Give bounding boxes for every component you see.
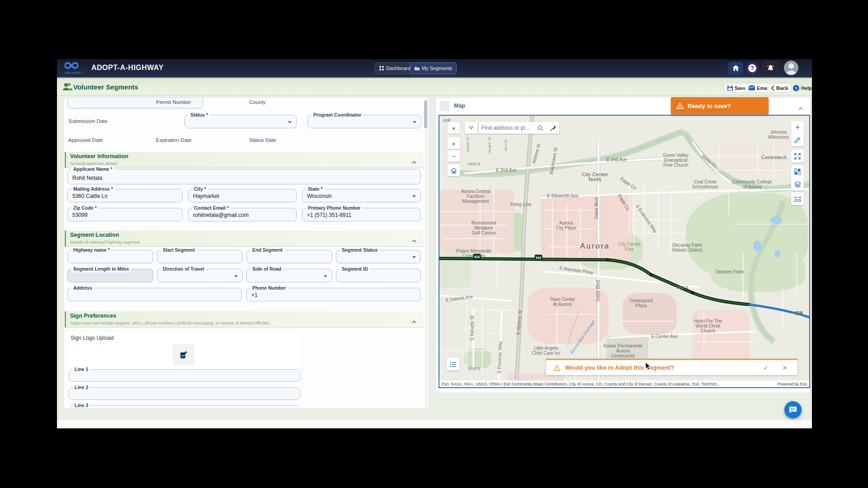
expand-icon [794, 153, 801, 160]
volunteer-form-panel: Permit Number County Submission Date Sta… [63, 97, 429, 409]
address-field[interactable]: Address [67, 288, 242, 301]
pencil-icon [794, 137, 801, 143]
section-subtitle: General applicant details [70, 161, 118, 166]
sign-line1-field[interactable]: Line 1 [69, 369, 300, 382]
section-volunteer-information[interactable]: Volunteer Information General applicant … [65, 152, 424, 168]
add-feature-button[interactable]: + [791, 121, 804, 134]
map-label: Blackhawk St [548, 147, 558, 174]
search-dropdown-button[interactable] [465, 122, 477, 134]
field-label: Applicant Name * [71, 166, 114, 173]
home-outline-icon [451, 168, 457, 174]
search-icon[interactable] [534, 125, 546, 131]
map-label: Delaney Farm [716, 269, 744, 274]
question-icon: ? [748, 64, 757, 73]
edit-sketch-button[interactable] [791, 134, 804, 146]
expand-button[interactable] [791, 150, 804, 163]
map-label: Jehovas Witnesses [768, 130, 789, 140]
status-label: Status * [189, 112, 210, 118]
zoom-out-button[interactable]: − [448, 150, 460, 162]
legend-button[interactable] [447, 358, 459, 371]
map-label: Firing Line [510, 202, 532, 207]
image-upload-icon [179, 351, 188, 359]
delasoft-logo[interactable]: DELASOFT [62, 61, 86, 76]
nav-my-segments-button[interactable]: My Segments [410, 62, 457, 74]
map-collapse-chevron[interactable] [798, 104, 803, 112]
status-select[interactable]: Status * [184, 115, 297, 128]
end-segment-field[interactable]: End Segment [246, 250, 332, 263]
mouse-cursor [645, 362, 651, 373]
chevron-up-icon[interactable] [412, 158, 416, 166]
phone-number-field[interactable]: Phone Number +1 [246, 288, 421, 301]
chevron-up-icon[interactable] [412, 236, 416, 244]
page-title: Volunteer Segments [73, 83, 138, 91]
map-panel-title: Map [454, 103, 465, 109]
mailing-address-field[interactable]: Mailing Address * 5360 Cattle Ln [67, 189, 183, 202]
help-button[interactable]: ? [745, 61, 759, 75]
primary-phone-field[interactable]: Primary Phone Number +1 (571) 351-8911 [302, 208, 421, 221]
segment-status-select[interactable]: Segment Status [336, 250, 421, 263]
notifications-button[interactable] [762, 61, 779, 75]
highway-name-field[interactable]: Highway name * [67, 250, 153, 263]
form-scrollbar[interactable] [425, 99, 428, 408]
sign-line3-field[interactable]: Line 3 [69, 405, 300, 409]
map-label: 5484 ft [675, 285, 688, 290]
collapse-search-button[interactable]: « [448, 122, 460, 134]
map-label: Little Angels Child Care Inc [532, 346, 560, 356]
help-circle-icon: ? [793, 85, 799, 91]
applicant-name-field[interactable]: Applicant Name * Rohit Netala [67, 169, 421, 184]
help-link[interactable]: ? Help [789, 83, 812, 93]
section-sign-preferences[interactable]: Sign Preferences Signs must not include … [65, 311, 424, 328]
section-segment-location[interactable]: Segment Location Details of selected hig… [65, 230, 424, 247]
direction-of-travel-select[interactable]: Direction of Travel [157, 269, 243, 282]
top-navbar: DELASOFT ADOPT-A-HIGHWAY Dashboard My Se… [57, 59, 812, 78]
logo-text: DELASOFT [62, 71, 86, 74]
pick-location-tool-icon[interactable] [546, 122, 559, 134]
confirm-adopt-button[interactable]: ✓ [763, 364, 769, 371]
chevron-left-icon [771, 85, 774, 91]
sign-line2-field[interactable]: Line 2 [69, 387, 300, 400]
status-date-label: Status Date [249, 137, 276, 143]
program-coordinator-select[interactable]: Program Coordinator [307, 115, 421, 128]
dismiss-adopt-button[interactable]: ✕ [782, 364, 788, 371]
toast-text: Ready to save? [688, 103, 731, 109]
chat-button[interactable] [784, 401, 802, 418]
map-label: Abilene St [531, 143, 541, 164]
map-label: E Ellsworth Ave [547, 193, 578, 198]
form-scrollbar-thumb[interactable] [424, 100, 427, 128]
back-button[interactable]: Back [767, 83, 792, 93]
map-panel-handle[interactable] [439, 101, 449, 111]
help-label: Help [801, 85, 812, 91]
basemap-gallery-button[interactable] [791, 165, 804, 178]
approved-date-label: Approved Date [68, 137, 103, 143]
map-label: 5459 ft [467, 162, 480, 167]
side-of-road-select[interactable]: Side of Road [246, 269, 332, 282]
basemap-grid-icon [794, 169, 801, 175]
section-title: Volunteer Information [70, 153, 128, 160]
city-field[interactable]: City * Haymarket [188, 189, 297, 202]
svg-text:?: ? [750, 65, 754, 71]
user-avatar[interactable] [784, 61, 798, 75]
logo-upload-button[interactable] [173, 344, 194, 366]
zip-code-field[interactable]: Zip Code * 53099 [67, 208, 183, 221]
state-select[interactable]: State * Wisconsin [302, 189, 421, 202]
sign-logo-card: Sign Logo Upload Line 1 Line 2 Line 3 [66, 330, 302, 409]
chevron-up-icon[interactable] [412, 317, 416, 325]
map-home-button[interactable] [448, 164, 460, 176]
home-icon [732, 65, 739, 71]
zoom-in-button[interactable]: + [448, 137, 460, 149]
map-label: S Evanston Way [635, 204, 658, 234]
map-label: Eagle Cir [619, 176, 637, 191]
segment-id-field[interactable]: Segment ID [336, 269, 421, 282]
map-label: Aurora City Place [556, 221, 576, 230]
ready-to-save-toast[interactable]: Ready to save? [671, 97, 769, 114]
map-viewport[interactable]: noll5459 ftE 2nd AveAbilene StBlackhawk … [439, 115, 810, 388]
start-segment-field[interactable]: Start Segment [157, 250, 243, 263]
layers-button[interactable] [791, 178, 804, 191]
map-label: Zion St [503, 140, 508, 151]
map-search-box [479, 122, 559, 134]
contact-email-field[interactable]: Contact Email * rohitnetala@gmail.com [188, 208, 297, 221]
map-search-input[interactable] [479, 125, 534, 131]
map-label: City Center Park [618, 242, 641, 252]
measure-button[interactable] [791, 192, 804, 205]
home-button[interactable] [728, 61, 743, 75]
